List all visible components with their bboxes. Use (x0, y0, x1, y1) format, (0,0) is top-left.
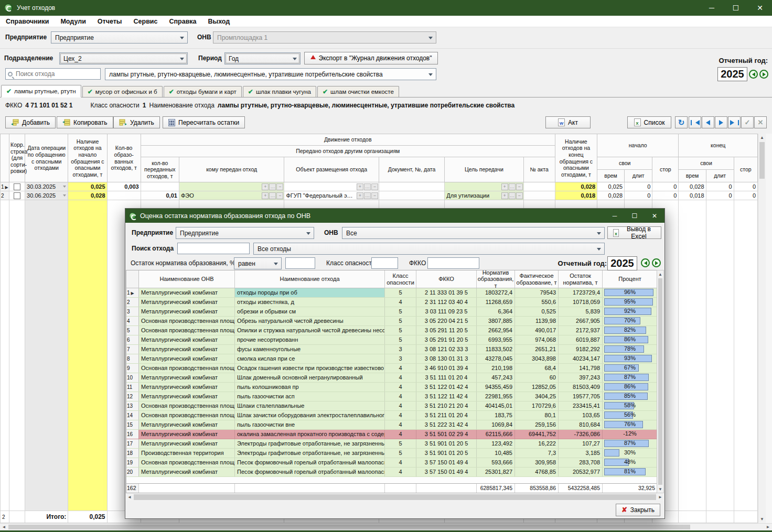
ost-cell[interactable]: 141,798 (559, 364, 603, 373)
fact-cell[interactable]: 974,068 (515, 335, 559, 344)
ost-cell[interactable]: 40234,147 (559, 354, 603, 363)
waste-cell[interactable]: Шлак зачистки оборудования электросталеп… (235, 411, 385, 420)
waste-cell[interactable]: Осадок гашения извести при производстве … (235, 364, 385, 373)
norm-cell[interactable]: 457,243 (477, 373, 515, 382)
class-cell[interactable]: 4 (385, 468, 416, 476)
norm-cell[interactable]: 593,666 (477, 458, 515, 467)
col-nal-start[interactable]: Наличие отходов на начало обращения с оп… (68, 134, 107, 182)
waste-cell[interactable]: Опилки и стружка натуральной чистой древ… (235, 326, 385, 335)
scroll-thumb[interactable] (658, 278, 662, 485)
row-number[interactable]: 9 (126, 364, 139, 373)
percent-cell[interactable]: -12% (603, 430, 657, 439)
add-button[interactable]: Добавить (5, 116, 56, 128)
norm-cell[interactable]: 1069,84 (477, 420, 515, 429)
fkko-cell[interactable]: 3 05 220 04 21 5 (416, 317, 477, 325)
horizontal-scrollbar[interactable]: ◄ ► (126, 493, 664, 501)
cel-cell[interactable]: Для утилизации+…− (445, 191, 523, 200)
fkko-cell[interactable]: 3 51 122 01 42 4 (416, 383, 477, 392)
norm-cell[interactable]: 123,492 (477, 439, 515, 448)
percent-cell[interactable]: 48% (603, 458, 657, 467)
ost-cell[interactable]: 9182,292 (559, 345, 603, 354)
korr-cell[interactable] (9, 182, 25, 191)
row-number[interactable]: 19 (126, 458, 139, 467)
norm-cell[interactable]: 94355,459 (477, 383, 515, 392)
date-cell[interactable]: 30.06.2025 (25, 191, 68, 200)
ost-cell[interactable]: 1723729,4 (559, 288, 603, 297)
end-stor-cell[interactable]: 0 (734, 191, 757, 200)
fact-cell[interactable]: 490,017 (515, 326, 559, 335)
norm-cell[interactable]: 404145,01 (477, 401, 515, 410)
onv-cell[interactable]: Основная производственная площ (139, 326, 235, 335)
scroll-up-icon[interactable]: ▲ (758, 134, 766, 142)
fkko-cell[interactable]: 3 08 121 02 33 3 (416, 345, 477, 354)
ost-cell[interactable]: 283,708 (559, 458, 603, 467)
waste-cell[interactable]: Песок формовочный горелый отработанный м… (235, 468, 385, 476)
ost-cell[interactable]: 81503,409 (559, 383, 603, 392)
waste-search-input[interactable] (15, 70, 98, 78)
menu-item[interactable]: Сервис (128, 16, 164, 27)
onv-cell[interactable]: Металлургический комбинат (139, 439, 235, 448)
col-akt[interactable]: № акта (523, 157, 555, 182)
onv-select[interactable]: Промплощадка 1 (213, 31, 436, 44)
next-record-button[interactable] (715, 116, 727, 128)
waste-cell[interactable]: пыль колошниковая пр (235, 383, 385, 392)
begin-vrem-cell[interactable]: 0,028 (597, 191, 625, 200)
fact-cell[interactable]: 69441,752 (515, 430, 559, 439)
cancel-button[interactable]: ✕ (754, 116, 767, 128)
col-ost[interactable]: Остаток норматива, т (559, 270, 603, 288)
class-cell[interactable]: 5 (385, 288, 416, 297)
add-ref-button[interactable]: + (501, 192, 508, 199)
add-ref-button[interactable]: + (262, 183, 269, 190)
lookup-button[interactable]: … (364, 183, 371, 190)
ost-cell[interactable]: 397,243 (559, 373, 603, 382)
row-number[interactable]: 2 (1, 191, 9, 200)
fact-cell[interactable]: 170729,6 (515, 401, 559, 410)
waste-search-box[interactable] (5, 68, 101, 80)
add-ref-button[interactable]: + (357, 192, 363, 199)
percent-cell[interactable]: 95% (603, 298, 657, 307)
row-number[interactable]: 6 (126, 335, 139, 344)
waste-filter-select[interactable]: Все отходы (253, 243, 605, 255)
row-number[interactable]: 1▶ (1, 182, 9, 191)
col-dlit[interactable]: длит (706, 170, 734, 182)
waste-cell[interactable]: Обрезь натуральной чистой древесины (235, 317, 385, 325)
fact-cell[interactable]: 259,156 (515, 420, 559, 429)
fkko-cell[interactable]: 3 51 122 11 42 4 (416, 392, 477, 401)
waste-cell[interactable]: Песок формовочный горелый отработанный м… (235, 458, 385, 467)
waste-cell[interactable]: Электроды графитовые отработанные, не за… (235, 439, 385, 448)
ost-cell[interactable]: 19577,705 (559, 392, 603, 401)
percent-cell[interactable]: 93% (603, 354, 657, 363)
norm-cell[interactable]: 3807,885 (477, 317, 515, 325)
col-fkko[interactable]: ФККО (416, 270, 477, 288)
onv-cell[interactable]: Металлургический комбинат (139, 288, 235, 297)
scroll-thumb[interactable] (759, 142, 765, 179)
class-cell[interactable]: 4 (385, 373, 416, 382)
col-nal-end[interactable]: Наличие отходов на конец обращения с опа… (555, 134, 597, 182)
fact-cell[interactable]: 4768,85 (515, 468, 559, 476)
act-button[interactable]: W Акт (545, 116, 591, 128)
obj-cell[interactable]: ФГУП "Федеральный э…+…− (284, 191, 379, 200)
row-number[interactable]: 7 (126, 345, 139, 354)
col-pct[interactable]: Процент (603, 270, 657, 288)
recalculate-button[interactable]: Пересчитать остатки (163, 116, 245, 128)
minimize-button[interactable]: ─ (700, 0, 724, 16)
maximize-button[interactable]: ☐ (625, 209, 645, 223)
col-fact[interactable]: Фактическое образование, т (515, 270, 559, 288)
korr-checkbox[interactable] (14, 183, 20, 190)
residual-value-input[interactable] (285, 257, 315, 269)
ost-cell[interactable]: 10718,059 (559, 298, 603, 307)
fact-cell[interactable]: 3404,25 (515, 392, 559, 401)
begin-dlit-cell[interactable]: 0 (625, 191, 652, 200)
row-number[interactable]: 16 (126, 430, 139, 439)
percent-cell[interactable]: 81% (603, 468, 657, 476)
col-date[interactable]: Дата операции по обращению с опасными от… (25, 134, 68, 182)
percent-cell[interactable]: 67% (603, 364, 657, 373)
waste-cell[interactable]: смолка кислая при се (235, 354, 385, 363)
row-number[interactable]: 4 (126, 317, 139, 325)
ost-cell[interactable]: 3,185 (559, 449, 603, 458)
nal-end-cell[interactable]: 0,018 (555, 191, 597, 200)
fkko-cell[interactable]: 2 11 333 01 39 5 (416, 288, 477, 297)
fact-cell[interactable]: 7,3 (515, 449, 559, 458)
lookup-button[interactable]: … (509, 183, 516, 190)
menu-item[interactable]: Справочники (0, 16, 55, 27)
